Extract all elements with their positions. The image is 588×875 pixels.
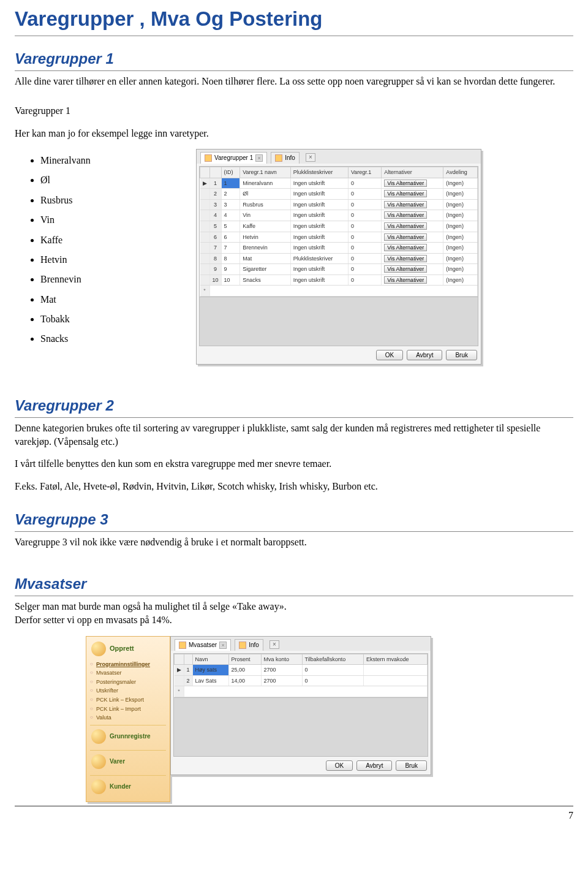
cell-id[interactable]: 8 xyxy=(221,253,240,264)
sidebar-link[interactable]: PCK Link – Eksport xyxy=(90,695,166,705)
table-row[interactable]: ▶1Høy sats25,0027000 xyxy=(175,665,428,676)
cell-ekstern[interactable] xyxy=(363,665,427,676)
cell-id[interactable]: 5 xyxy=(221,221,240,232)
vis-alternativer-button[interactable]: Vis Alternativer xyxy=(384,265,427,273)
cell-id[interactable]: 6 xyxy=(221,232,240,243)
cell-varegr1[interactable]: 0 xyxy=(348,210,381,221)
table-row[interactable]: 44VinIngen utskrift0Vis Alternativer(Ing… xyxy=(200,210,478,221)
table-row[interactable]: 88MatPlukklisteskriver0Vis Alternativer(… xyxy=(200,253,478,264)
cell-navn[interactable]: Hetvin xyxy=(240,232,291,243)
cell-id[interactable]: 9 xyxy=(221,264,240,275)
cell-alt[interactable]: Vis Alternativer xyxy=(382,264,443,275)
cell-ekstern[interactable] xyxy=(363,675,427,686)
cell-alt[interactable]: Vis Alternativer xyxy=(382,253,443,264)
cell-varegr1[interactable]: 0 xyxy=(348,275,381,286)
cell-navn[interactable]: Rusbrus xyxy=(240,199,291,210)
vis-alternativer-button[interactable]: Vis Alternativer xyxy=(384,222,427,230)
table-row[interactable]: 22ØlIngen utskrift0Vis Alternativer(Inge… xyxy=(200,189,478,200)
vis-alternativer-button[interactable]: Vis Alternativer xyxy=(384,255,427,262)
sidebar-link[interactable]: Posteringsmaler xyxy=(90,678,166,687)
vis-alternativer-button[interactable]: Vis Alternativer xyxy=(384,233,427,241)
cell-plukk[interactable]: Ingen utskrift xyxy=(290,275,348,286)
sidebar-link[interactable]: PCK Link – Import xyxy=(90,705,166,714)
col-varegr1[interactable]: Varegr.1 xyxy=(348,167,381,178)
cell-varegr1[interactable]: 0 xyxy=(348,189,381,200)
cell-navn[interactable]: Lav Sats xyxy=(192,675,228,686)
cell-varegr1[interactable]: 0 xyxy=(348,253,381,264)
vis-alternativer-button[interactable]: Vis Alternativer xyxy=(384,190,427,197)
cell-alt[interactable]: Vis Alternativer xyxy=(382,275,443,286)
apply-button[interactable]: Bruk xyxy=(396,760,427,771)
cell-navn[interactable]: Vin xyxy=(240,210,291,221)
cell-avdeling[interactable]: (Ingen) xyxy=(443,210,478,221)
cell-alt[interactable]: Vis Alternativer xyxy=(382,221,443,232)
col-ekstern[interactable]: Ekstern mvakode xyxy=(363,654,427,665)
ok-button[interactable]: OK xyxy=(376,350,403,360)
cell-id[interactable]: 1 xyxy=(221,178,240,189)
table-row[interactable]: 1010SnacksIngen utskrift0Vis Alternative… xyxy=(200,275,478,286)
cell-navn[interactable]: Sigaretter xyxy=(240,264,291,275)
cell-navn[interactable]: Høy sats xyxy=(192,665,228,676)
cell-navn[interactable]: Mineralvann xyxy=(240,178,291,189)
cell-mvakonto[interactable]: 2700 xyxy=(261,675,302,686)
cell-prosent[interactable]: 14,00 xyxy=(228,675,261,686)
cell-plukk[interactable]: Ingen utskrift xyxy=(290,210,348,221)
close-icon[interactable]: × xyxy=(255,154,263,162)
cell-avdeling[interactable]: (Ingen) xyxy=(443,264,478,275)
cell-prosent[interactable]: 25,00 xyxy=(228,665,261,676)
sidebar-link[interactable]: Valuta xyxy=(90,713,166,722)
cell-varegr1[interactable]: 0 xyxy=(348,199,381,210)
tab-info[interactable]: Info xyxy=(235,639,263,651)
col-plukk[interactable]: Plukklisteskriver xyxy=(290,167,348,178)
cell-plukk[interactable]: Ingen utskrift xyxy=(290,189,348,200)
cell-id[interactable]: 7 xyxy=(221,243,240,254)
cell-plukk[interactable]: Plukklisteskriver xyxy=(290,253,348,264)
cell-plukk[interactable]: Ingen utskrift xyxy=(290,178,348,189)
vis-alternativer-button[interactable]: Vis Alternativer xyxy=(384,211,427,219)
cell-varegr1[interactable]: 0 xyxy=(348,232,381,243)
cell-avdeling[interactable]: (Ingen) xyxy=(443,221,478,232)
sidebar-item-varer[interactable]: Varer xyxy=(90,750,166,773)
cell-navn[interactable]: Brennevin xyxy=(240,243,291,254)
close-all-icon[interactable]: × xyxy=(270,640,279,649)
apply-button[interactable]: Bruk xyxy=(446,350,477,360)
cell-plukk[interactable]: Ingen utskrift xyxy=(290,199,348,210)
col-tilbake[interactable]: Tilbakefallskonto xyxy=(302,654,363,665)
col-navn[interactable]: Navn xyxy=(192,654,228,665)
cell-alt[interactable]: Vis Alternativer xyxy=(382,199,443,210)
cell-avdeling[interactable]: (Ingen) xyxy=(443,243,478,254)
table-row[interactable]: 66HetvinIngen utskrift0Vis Alternativer(… xyxy=(200,232,478,243)
tab-info[interactable]: Info xyxy=(271,152,300,164)
table-row[interactable]: ▶11MineralvannIngen utskrift0Vis Alterna… xyxy=(200,178,478,189)
cell-avdeling[interactable]: (Ingen) xyxy=(443,178,478,189)
vis-alternativer-button[interactable]: Vis Alternativer xyxy=(384,201,427,208)
col-navn[interactable]: Varegr.1 navn xyxy=(240,167,291,178)
cell-tilbake[interactable]: 0 xyxy=(302,675,363,686)
cell-id[interactable]: 3 xyxy=(221,199,240,210)
vis-alternativer-button[interactable]: Vis Alternativer xyxy=(384,244,427,251)
cell-alt[interactable]: Vis Alternativer xyxy=(382,232,443,243)
close-all-icon[interactable]: × xyxy=(306,153,315,162)
cell-navn[interactable]: Kaffe xyxy=(240,221,291,232)
sidebar-item-kunder[interactable]: Kunder xyxy=(90,775,166,798)
cell-mvakonto[interactable]: 2700 xyxy=(261,665,302,676)
sidebar-item-grunnregistre[interactable]: Grunnregistre xyxy=(90,725,166,748)
tab-mvasatser[interactable]: Mvasatser × xyxy=(175,639,231,651)
cancel-button[interactable]: Avbryt xyxy=(407,350,442,360)
close-icon[interactable]: × xyxy=(219,642,227,649)
cell-navn[interactable]: Øl xyxy=(240,189,291,200)
cell-avdeling[interactable]: (Ingen) xyxy=(443,253,478,264)
sidebar-link[interactable]: Utskrifter xyxy=(90,686,166,695)
col-alt[interactable]: Alternativer xyxy=(382,167,443,178)
cell-avdeling[interactable]: (Ingen) xyxy=(443,232,478,243)
vis-alternativer-button[interactable]: Vis Alternativer xyxy=(384,276,427,284)
table-row[interactable]: 77BrennevinIngen utskrift0Vis Alternativ… xyxy=(200,243,478,254)
cell-alt[interactable]: Vis Alternativer xyxy=(382,178,443,189)
cell-plukk[interactable]: Ingen utskrift xyxy=(290,264,348,275)
table-row[interactable]: 2Lav Sats14,0027000 xyxy=(175,675,428,686)
col-prosent[interactable]: Prosent xyxy=(228,654,261,665)
cell-alt[interactable]: Vis Alternativer xyxy=(382,189,443,200)
ok-button[interactable]: OK xyxy=(326,760,353,771)
col-id[interactable]: (ID) xyxy=(221,167,240,178)
cell-alt[interactable]: Vis Alternativer xyxy=(382,210,443,221)
